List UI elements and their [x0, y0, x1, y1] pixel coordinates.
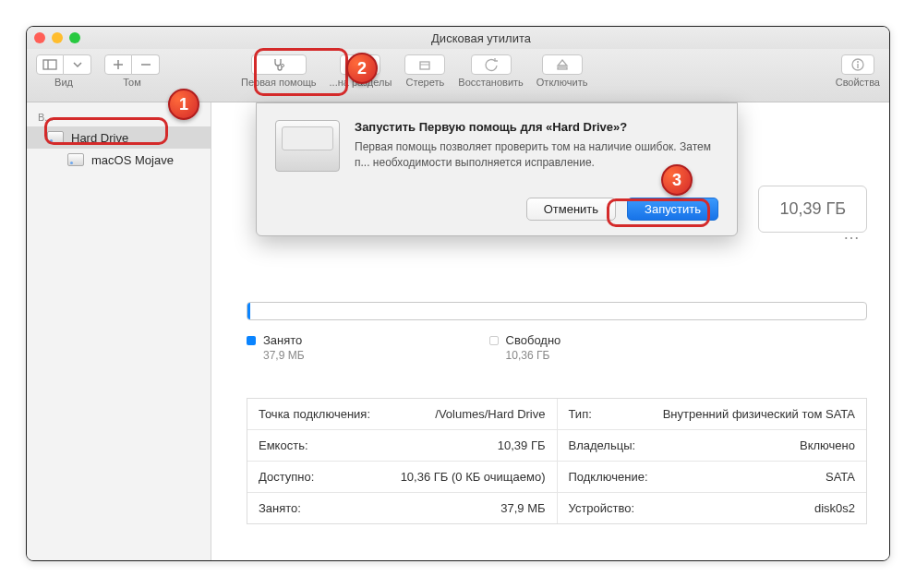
erase-label: Стереть — [406, 77, 445, 88]
used-color-icon — [247, 336, 256, 345]
partition-label: ...на разделы — [330, 77, 392, 88]
sidebar: В... Hard Drive macOS Mojave — [27, 102, 211, 560]
info-icon — [850, 57, 865, 72]
restore-button[interactable] — [471, 54, 512, 75]
usage-bar — [247, 302, 867, 320]
chevron-down-icon — [70, 57, 85, 72]
unmount-button[interactable] — [542, 54, 583, 75]
more-icon[interactable]: … — [843, 224, 862, 244]
dialog-title: Запустить Первую помощь для «Hard Drive»… — [355, 120, 718, 134]
svg-rect-8 — [857, 64, 858, 68]
svg-point-2 — [281, 65, 283, 67]
info-button[interactable] — [841, 54, 874, 75]
volume-controls[interactable] — [104, 54, 160, 75]
info-label: Свойства — [836, 77, 880, 88]
eject-icon — [555, 57, 570, 72]
restore-icon — [484, 57, 499, 72]
run-button[interactable]: Запустить — [627, 198, 718, 221]
restore-label: Восстановить — [458, 77, 523, 88]
titlebar: Дисковая утилита — [27, 27, 889, 49]
disk-icon — [67, 153, 84, 166]
sidebar-icon — [42, 57, 57, 72]
window-title: Дисковая утилита — [80, 31, 882, 45]
stethoscope-icon — [271, 57, 286, 72]
disk-icon — [47, 131, 64, 144]
volume-label: Том — [123, 77, 141, 88]
toolbar: Вид Том Первая помощь ...на разделы Стер… — [27, 49, 889, 102]
info-table: Точка подключения:/Volumes/Hard Drive Ти… — [247, 398, 867, 524]
view-label: Вид — [54, 77, 73, 88]
sidebar-item-macos-mojave[interactable]: macOS Mojave — [27, 149, 211, 171]
window-controls — [34, 32, 80, 43]
pie-icon — [353, 57, 368, 72]
dialog-message: Первая помощь позволяет проверить том на… — [355, 139, 718, 171]
minimize-icon[interactable] — [52, 32, 63, 43]
svg-point-7 — [857, 61, 859, 63]
svg-rect-4 — [420, 62, 429, 69]
first-aid-dialog: Запустить Первую помощь для «Hard Drive»… — [256, 102, 738, 236]
used-label: Занято — [263, 333, 305, 347]
close-icon[interactable] — [34, 32, 45, 43]
remove-volume-button[interactable] — [132, 54, 160, 75]
cancel-button[interactable]: Отменить — [526, 198, 616, 221]
view-picker[interactable] — [36, 54, 91, 75]
partition-button[interactable] — [340, 54, 380, 75]
erase-icon — [417, 57, 432, 72]
first-aid-label: Первая помощь — [241, 77, 317, 88]
add-volume-button[interactable] — [104, 54, 132, 75]
sidebar-item-hard-drive[interactable]: Hard Drive — [27, 126, 211, 149]
sidebar-section-header: В... — [27, 108, 211, 126]
maximize-icon[interactable] — [69, 32, 80, 43]
svg-rect-0 — [43, 60, 56, 69]
erase-button[interactable] — [404, 54, 445, 75]
free-color-icon — [489, 336, 499, 345]
svg-rect-5 — [558, 67, 567, 69]
first-aid-button[interactable] — [251, 54, 307, 75]
sidebar-item-label: Hard Drive — [71, 131, 128, 145]
drive-icon — [275, 120, 340, 172]
used-value: 37,9 МБ — [263, 349, 305, 362]
first-aid-group: Первая помощь — [241, 54, 317, 88]
unmount-label: Отключить — [536, 77, 588, 88]
sidebar-item-label: macOS Mojave — [91, 153, 174, 167]
free-label: Свободно — [506, 333, 561, 347]
free-value: 10,36 ГБ — [506, 349, 561, 362]
